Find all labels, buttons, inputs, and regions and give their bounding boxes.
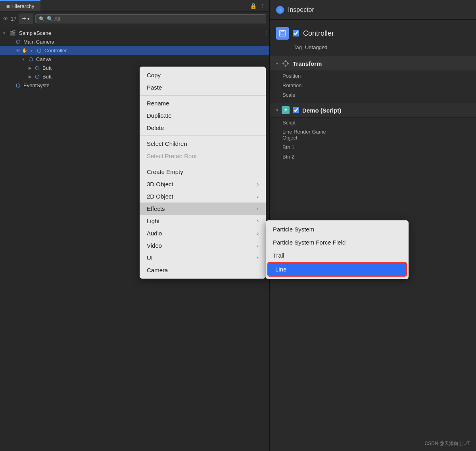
submenu-particle-system[interactable]: Particle System	[266, 223, 409, 236]
field-script: Script	[270, 118, 476, 127]
add-button[interactable]: + ▾	[19, 13, 33, 24]
ctx-3d-object[interactable]: 3D Object ›	[140, 178, 266, 190]
main-camera-label: Main Camera	[23, 39, 54, 45]
tree-item-canvas[interactable]: ▾ ⬡ Canva	[0, 55, 269, 63]
controller-label: Controller	[44, 48, 67, 54]
tree-item-main-camera[interactable]: ⬡ Main Camera	[0, 37, 269, 46]
go-active-checkbox[interactable]	[293, 30, 299, 36]
controller-icon: ⬡	[37, 48, 41, 54]
ctx-paste-label: Paste	[147, 84, 162, 91]
field-scale: Scale	[270, 90, 476, 99]
transform-expand-arrow: ▾	[276, 61, 278, 66]
btn2-label: Butt	[42, 74, 52, 80]
script-expand-arrow: ▾	[276, 108, 278, 113]
search-icon: 🔍	[39, 16, 45, 22]
submenu-trail-label: Trail	[273, 252, 284, 259]
ctx-light-arrow: ›	[257, 218, 259, 224]
hierarchy-toolbar: 👁 17 + ▾ 🔍 🔍 All	[0, 12, 269, 26]
ctx-2d-arrow: ›	[257, 194, 259, 199]
ctx-copy[interactable]: Copy	[140, 69, 266, 81]
ctx-effects-arrow: ›	[257, 206, 259, 212]
effects-submenu: Particle System Particle System Force Fi…	[266, 220, 409, 279]
submenu-particle-force-field[interactable]: Particle System Force Field	[266, 236, 409, 249]
ctx-video[interactable]: Video ›	[140, 239, 266, 252]
ctx-audio[interactable]: Audio ›	[140, 227, 266, 239]
search-box[interactable]: 🔍 🔍 All	[35, 14, 266, 23]
hierarchy-tab-icon: ≡	[6, 3, 10, 10]
ctx-duplicate-label: Duplicate	[147, 112, 172, 119]
tag-row: Tag Untagged	[270, 43, 476, 54]
hierarchy-tab-bar: ≡ Hierarchy 🔒 ⋮	[0, 0, 269, 12]
counter-badge: 17	[11, 16, 16, 22]
ctx-select-prefab-label: Select Prefab Root	[147, 153, 197, 159]
btn2-expand-arrow: ▶	[29, 75, 33, 79]
lock-icon[interactable]: 🔒	[250, 3, 257, 9]
canvas-expand-arrow: ▾	[22, 57, 27, 61]
go-cube-icon	[276, 27, 289, 40]
ctx-rename[interactable]: Rename	[140, 97, 266, 109]
ctx-3d-arrow: ›	[257, 182, 259, 187]
script-icon: #	[282, 106, 290, 114]
ctx-rename-label: Rename	[147, 100, 169, 107]
ctx-create-empty-label: Create Empty	[147, 168, 183, 175]
ctx-effects-label: Effects	[147, 205, 165, 212]
controller-expand-arrow: ▾	[31, 48, 35, 53]
ctx-effects[interactable]: Effects ›	[140, 203, 266, 215]
field-position-label: Position	[282, 73, 338, 79]
ctx-select-children[interactable]: Select Children	[140, 138, 266, 150]
add-dropdown-arrow: ▾	[27, 16, 30, 21]
watermark: CSDN @天添向上UT	[424, 440, 470, 447]
svg-rect-0	[280, 31, 285, 36]
ctx-2d-label: 2D Object	[147, 193, 173, 200]
script-icon-label: #	[284, 108, 287, 113]
info-icon-symbol: i	[279, 7, 280, 13]
btn1-expand-arrow: ▶	[29, 66, 33, 70]
ctx-duplicate[interactable]: Duplicate	[140, 109, 266, 122]
submenu-line[interactable]: Line	[268, 263, 406, 276]
camera-icon: ⬡	[16, 39, 20, 45]
hierarchy-tab-label: Hierarchy	[12, 3, 35, 9]
field-btn2-label: Btn 2	[282, 154, 338, 160]
more-icon[interactable]: ⋮	[260, 3, 265, 9]
field-scale-label: Scale	[282, 92, 338, 98]
search-label: 🔍 All	[47, 16, 60, 22]
ctx-video-arrow: ›	[257, 243, 259, 248]
transform-name: Transform	[293, 60, 322, 67]
ctx-light[interactable]: Light ›	[140, 215, 266, 227]
tree-item-controller[interactable]: 👁 ✋ ▾ ⬡ Controller	[0, 46, 269, 55]
hierarchy-tab-actions: 🔒 ⋮	[250, 3, 269, 9]
tree-item-samplescene[interactable]: ▾ 🎬 SampleScene ⋮	[0, 29, 269, 37]
ctx-create-empty[interactable]: Create Empty	[140, 166, 266, 178]
ctx-sep-3	[140, 164, 266, 164]
ctx-paste[interactable]: Paste	[140, 81, 266, 94]
ctx-delete[interactable]: Delete	[140, 122, 266, 134]
field-rotation-label: Rotation	[282, 82, 338, 88]
tag-label: Tag	[294, 44, 302, 50]
ctx-2d-object[interactable]: 2D Object ›	[140, 190, 266, 203]
svg-rect-1	[281, 32, 284, 35]
ctx-audio-arrow: ›	[257, 231, 259, 236]
script-active-checkbox[interactable]	[293, 107, 299, 113]
submenu-trail[interactable]: Trail	[266, 249, 409, 262]
scene-more[interactable]: ⋮	[264, 30, 269, 36]
tag-value: Untagged	[305, 44, 327, 50]
visibility-icons: 👁 ✋	[16, 48, 27, 53]
transform-header[interactable]: ▾ Transform	[270, 56, 476, 71]
ctx-delete-label: Delete	[147, 124, 164, 131]
field-btn1: Btn 1	[270, 142, 476, 152]
go-header: Controller	[270, 24, 476, 43]
hierarchy-tab[interactable]: ≡ Hierarchy	[0, 0, 40, 11]
plus-icon: +	[22, 15, 26, 23]
ctx-ui[interactable]: UI ›	[140, 252, 266, 264]
ctx-sep-1	[140, 95, 266, 96]
vis-hand-icon: ✋	[22, 48, 27, 53]
context-menu: Copy Paste Rename Duplicate Delete Selec…	[140, 67, 266, 279]
ctx-camera-label: Camera	[147, 267, 168, 273]
script-component-header[interactable]: ▾ # Demo (Script)	[270, 103, 476, 118]
ctx-ui-label: UI	[147, 254, 153, 261]
eye-icon: 👁	[3, 16, 8, 22]
submenu-line-label: Line	[275, 266, 286, 273]
ctx-camera[interactable]: Camera	[140, 264, 266, 276]
ctx-select-prefab-root: Select Prefab Root	[140, 150, 266, 162]
script-name: Demo (Script)	[302, 107, 341, 114]
